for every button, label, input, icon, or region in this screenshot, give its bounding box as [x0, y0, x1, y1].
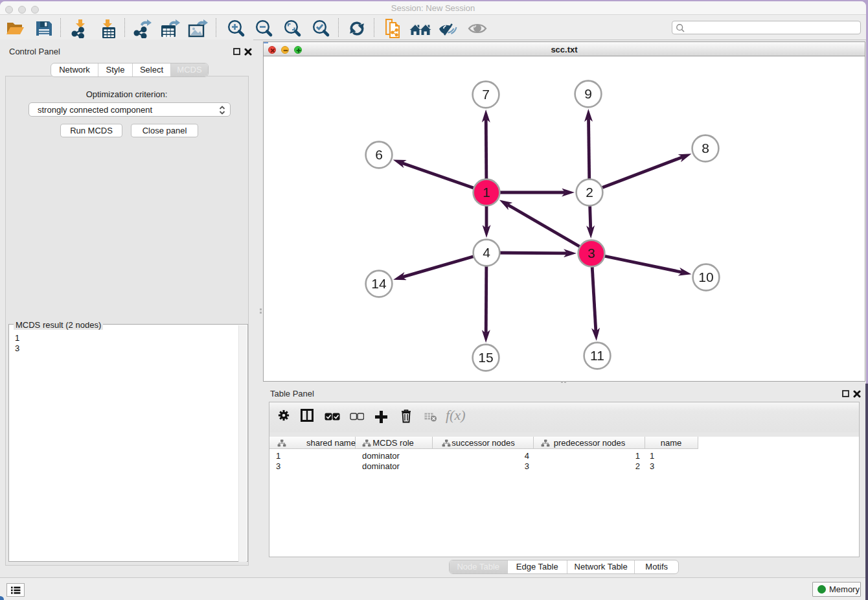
svg-text:8: 8: [702, 141, 709, 156]
svg-text:10: 10: [698, 270, 713, 284]
svg-text:3: 3: [588, 246, 595, 260]
svg-text:7: 7: [482, 87, 490, 102]
svg-text:14: 14: [371, 276, 387, 291]
svg-text:9: 9: [584, 86, 592, 101]
svg-text:4: 4: [483, 245, 490, 260]
svg-text:15: 15: [478, 350, 493, 365]
svg-text:6: 6: [375, 147, 383, 162]
svg-text:11: 11: [590, 348, 604, 363]
svg-text:2: 2: [586, 185, 593, 200]
svg-text:1: 1: [483, 185, 490, 200]
